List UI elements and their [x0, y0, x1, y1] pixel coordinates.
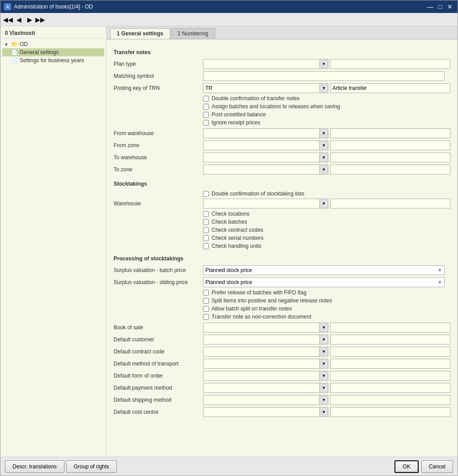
- from-warehouse-combo[interactable]: ▼: [203, 128, 328, 138]
- tree-item-business[interactable]: 📄 Settings for business years: [2, 56, 104, 64]
- default-customer-input[interactable]: [203, 335, 319, 344]
- from-warehouse-input[interactable]: [203, 128, 319, 138]
- last-button[interactable]: ▶▶: [35, 15, 45, 25]
- posting-key-input[interactable]: [203, 83, 319, 93]
- default-customer-text[interactable]: [330, 335, 450, 344]
- default-form-dropdown-btn[interactable]: ▼: [319, 371, 328, 381]
- allow-batch-split-checkbox[interactable]: [203, 306, 209, 312]
- descr-translations-button[interactable]: Descr. translations: [5, 460, 64, 473]
- posting-key-text[interactable]: [330, 83, 450, 93]
- tree-item-od[interactable]: ▼ 📁 OD: [2, 40, 104, 48]
- plan-type-text[interactable]: [330, 59, 450, 69]
- default-contract-row: Default contract code ▼: [114, 347, 450, 357]
- default-shipping-combo[interactable]: ▼: [203, 395, 328, 405]
- stocktaking-warehouse-dropdown-btn[interactable]: ▼: [319, 199, 328, 208]
- dbl-confirm-tn-checkbox[interactable]: [203, 96, 209, 102]
- transfer-note-non-label: Transfer note as non-correction document: [212, 314, 311, 320]
- to-zone-text[interactable]: [330, 165, 450, 174]
- default-form-combo[interactable]: ▼: [203, 371, 328, 381]
- from-warehouse-field: ▼: [203, 128, 450, 138]
- cancel-button[interactable]: Cancel: [421, 460, 453, 473]
- book-of-sale-dropdown-btn[interactable]: ▼: [319, 323, 328, 332]
- default-payment-dropdown-btn[interactable]: ▼: [319, 383, 328, 393]
- to-zone-combo[interactable]: ▼: [203, 165, 328, 174]
- check-serial-numbers-checkbox[interactable]: [203, 235, 209, 241]
- transfer-note-non-checkbox[interactable]: [203, 314, 209, 320]
- default-contract-dropdown-btn[interactable]: ▼: [319, 347, 328, 357]
- default-transport-text[interactable]: [330, 359, 450, 369]
- default-cost-text[interactable]: [330, 407, 450, 417]
- default-customer-combo[interactable]: ▼: [203, 335, 328, 344]
- book-of-sale-text[interactable]: [330, 323, 450, 332]
- matching-symbol-input[interactable]: [203, 71, 445, 81]
- default-transport-dropdown-btn[interactable]: ▼: [319, 359, 328, 369]
- default-form-input[interactable]: [203, 371, 319, 381]
- to-warehouse-text[interactable]: [330, 153, 450, 162]
- to-zone-input[interactable]: [203, 165, 319, 174]
- check-locations-checkbox[interactable]: [203, 211, 209, 217]
- post-unsettled-checkbox[interactable]: [203, 112, 209, 118]
- default-customer-dropdown-btn[interactable]: ▼: [319, 335, 328, 344]
- tab-numbering[interactable]: 2 Numbering: [171, 28, 215, 39]
- tab-general-settings[interactable]: 1 General settings: [110, 28, 170, 39]
- surplus-sliding-select-wrap[interactable]: Planned stock price: [203, 277, 445, 287]
- close-button[interactable]: ✕: [446, 3, 454, 11]
- minimize-button[interactable]: —: [426, 3, 434, 11]
- play-button[interactable]: ▶: [25, 15, 34, 25]
- check-contract-codes-checkbox[interactable]: [203, 227, 209, 233]
- posting-key-dropdown-btn[interactable]: ▼: [319, 83, 328, 93]
- split-items-checkbox[interactable]: [203, 298, 209, 304]
- tree-item-general[interactable]: 📄 General settings: [2, 48, 104, 56]
- stocktaking-warehouse-text[interactable]: [330, 199, 450, 208]
- to-zone-dropdown-btn[interactable]: ▼: [319, 165, 328, 174]
- to-warehouse-dropdown-btn[interactable]: ▼: [319, 153, 328, 162]
- group-of-rights-button[interactable]: Group of rights: [66, 460, 117, 473]
- surplus-batch-select[interactable]: Planned stock price: [203, 265, 445, 275]
- check-batches-checkbox[interactable]: [203, 219, 209, 225]
- default-contract-combo[interactable]: ▼: [203, 347, 328, 357]
- from-zone-dropdown-btn[interactable]: ▼: [319, 140, 328, 150]
- prefer-fifo-checkbox[interactable]: [203, 290, 209, 296]
- default-cost-combo[interactable]: ▼: [203, 407, 328, 417]
- from-zone-combo[interactable]: ▼: [203, 140, 328, 150]
- prev-button[interactable]: ◀: [14, 15, 24, 25]
- maximize-button[interactable]: □: [436, 3, 444, 11]
- default-transport-combo[interactable]: ▼: [203, 359, 328, 369]
- from-warehouse-text[interactable]: [330, 128, 450, 138]
- default-contract-input[interactable]: [203, 347, 319, 357]
- surplus-batch-select-wrap[interactable]: Planned stock price: [203, 265, 445, 275]
- plan-type-input[interactable]: [203, 59, 319, 69]
- default-transport-input[interactable]: [203, 359, 319, 369]
- book-of-sale-input[interactable]: [203, 323, 319, 332]
- ignore-receipt-checkbox[interactable]: [203, 120, 209, 126]
- default-cost-dropdown-btn[interactable]: ▼: [319, 407, 328, 417]
- to-warehouse-combo[interactable]: ▼: [203, 153, 328, 162]
- to-warehouse-label: To warehouse: [114, 154, 203, 161]
- from-zone-input[interactable]: [203, 140, 319, 150]
- plan-type-combo[interactable]: ▼: [203, 59, 328, 69]
- assign-batches-checkbox[interactable]: [203, 104, 209, 110]
- default-shipping-input[interactable]: [203, 395, 319, 405]
- default-shipping-text[interactable]: [330, 395, 450, 405]
- default-cost-input[interactable]: [203, 407, 319, 417]
- default-form-text[interactable]: [330, 371, 450, 381]
- check-handling-units-checkbox[interactable]: [203, 243, 209, 249]
- dbl-confirm-st-checkbox[interactable]: [203, 191, 209, 197]
- plan-type-dropdown-btn[interactable]: ▼: [319, 59, 328, 69]
- ok-button[interactable]: OK: [394, 460, 418, 473]
- stocktaking-warehouse-combo[interactable]: ▼: [203, 199, 328, 208]
- default-payment-combo[interactable]: ▼: [203, 383, 328, 393]
- default-payment-input[interactable]: [203, 383, 319, 393]
- stocktaking-warehouse-input[interactable]: [203, 199, 319, 208]
- default-shipping-dropdown-btn[interactable]: ▼: [319, 395, 328, 405]
- content-area: 1 General settings 2 Numbering Transfer …: [106, 26, 458, 457]
- surplus-sliding-select[interactable]: Planned stock price: [203, 277, 445, 287]
- first-button[interactable]: ◀◀: [3, 15, 13, 25]
- from-zone-text[interactable]: [330, 140, 450, 150]
- posting-key-combo[interactable]: ▼: [203, 83, 328, 93]
- default-contract-text[interactable]: [330, 347, 450, 357]
- default-payment-text[interactable]: [330, 383, 450, 393]
- book-of-sale-combo[interactable]: ▼: [203, 323, 328, 332]
- to-warehouse-input[interactable]: [203, 153, 319, 162]
- from-warehouse-dropdown-btn[interactable]: ▼: [319, 128, 328, 138]
